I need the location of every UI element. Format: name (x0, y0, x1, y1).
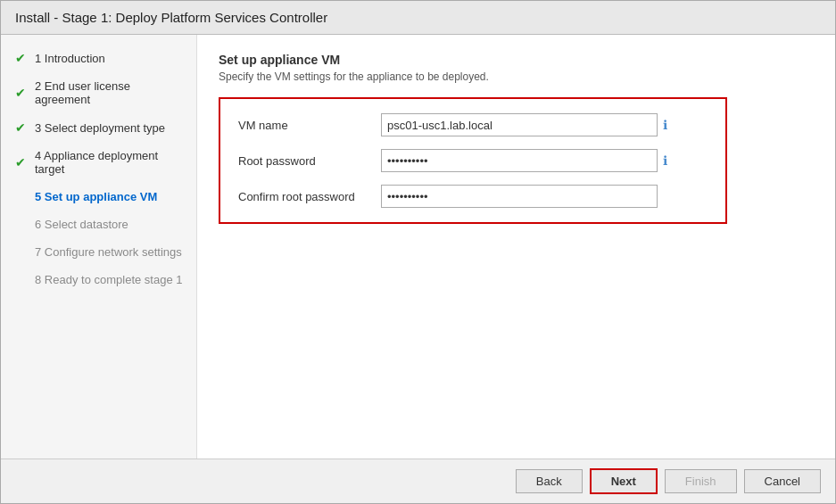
back-button[interactable]: Back (516, 469, 583, 493)
form-box: VM nameℹRoot passwordℹConfirm root passw… (219, 97, 727, 224)
content-area: ✔1 Introduction✔2 End user license agree… (1, 35, 835, 459)
check-icon-eula: ✔ (15, 86, 29, 100)
sidebar-item-datastore: 6 Select datastore (1, 211, 196, 238)
info-icon-root-password[interactable]: ℹ (663, 153, 667, 168)
sidebar-label-setup-vm: 5 Set up appliance VM (35, 190, 157, 203)
cancel-button[interactable]: Cancel (744, 469, 821, 493)
form-row-vm-name: VM nameℹ (238, 113, 708, 136)
form-row-confirm-password: Confirm root password (238, 185, 708, 208)
title-bar: Install - Stage 1: Deploy Platform Servi… (1, 1, 835, 35)
section-subtitle: Specify the VM settings for the applianc… (219, 70, 814, 83)
check-icon-deployment-type: ✔ (15, 120, 29, 135)
sidebar-label-appliance-target: 4 Appliance deployment target (35, 149, 186, 176)
form-input-wrap-vm-name: ℹ (381, 113, 708, 136)
check-icon-intro: ✔ (15, 51, 29, 65)
sidebar-item-eula[interactable]: ✔2 End user license agreement (1, 72, 196, 113)
sidebar-label-datastore: 6 Select datastore (35, 218, 128, 231)
form-input-root-password[interactable] (381, 149, 658, 172)
check-icon-appliance-target: ✔ (15, 155, 29, 169)
form-label-root-password: Root password (238, 154, 381, 168)
sidebar-item-intro[interactable]: ✔1 Introduction (1, 44, 196, 72)
window-title: Install - Stage 1: Deploy Platform Servi… (15, 10, 327, 25)
form-input-vm-name[interactable] (381, 113, 658, 136)
footer: Back Next Finish Cancel (1, 459, 835, 503)
section-title: Set up appliance VM (219, 53, 814, 67)
form-label-vm-name: VM name (238, 119, 381, 132)
sidebar-label-deployment-type: 3 Select deployment type (35, 121, 165, 135)
sidebar-label-network: 7 Configure network settings (35, 245, 182, 259)
form-row-root-password: Root passwordℹ (238, 149, 708, 172)
sidebar-item-appliance-target[interactable]: ✔4 Appliance deployment target (1, 142, 196, 183)
sidebar-label-eula: 2 End user license agreement (35, 79, 186, 106)
sidebar-label-complete: 8 Ready to complete stage 1 (35, 273, 183, 286)
main-window: Install - Stage 1: Deploy Platform Servi… (0, 0, 836, 504)
form-label-confirm-password: Confirm root password (238, 190, 381, 203)
next-button[interactable]: Next (590, 468, 658, 494)
finish-button: Finish (665, 469, 737, 493)
sidebar-item-setup-vm[interactable]: 5 Set up appliance VM (1, 183, 196, 211)
sidebar: ✔1 Introduction✔2 End user license agree… (1, 35, 197, 459)
sidebar-item-deployment-type[interactable]: ✔3 Select deployment type (1, 113, 196, 142)
form-input-wrap-root-password: ℹ (381, 149, 708, 172)
form-input-confirm-password[interactable] (381, 185, 658, 208)
sidebar-label-intro: 1 Introduction (35, 52, 105, 65)
sidebar-item-network: 7 Configure network settings (1, 238, 196, 266)
info-icon-vm-name[interactable]: ℹ (663, 118, 667, 132)
form-input-wrap-confirm-password (381, 185, 708, 208)
sidebar-item-complete: 8 Ready to complete stage 1 (1, 266, 196, 293)
main-content: Set up appliance VM Specify the VM setti… (197, 35, 835, 459)
